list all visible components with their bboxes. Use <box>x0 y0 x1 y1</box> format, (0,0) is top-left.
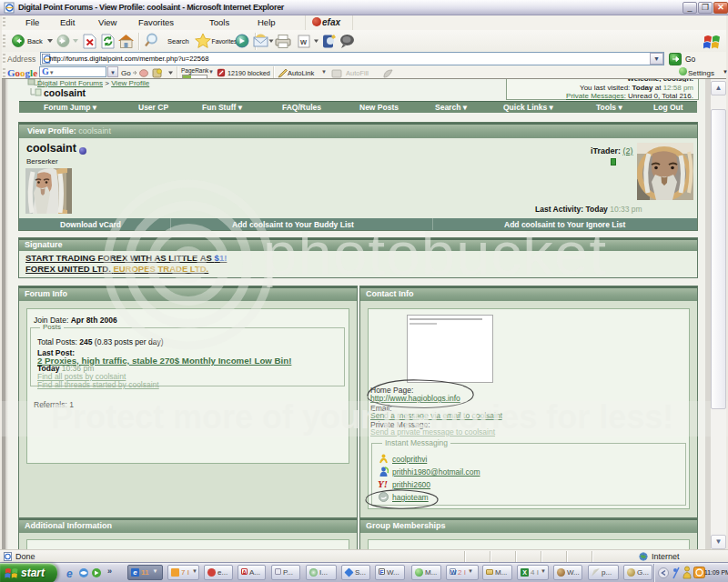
svg-text:Search: Search <box>167 37 189 45</box>
svg-text:Back: Back <box>27 37 43 45</box>
svg-text:e: e <box>66 567 73 578</box>
svg-text:w: w <box>299 37 308 46</box>
svg-text:Favorites: Favorites <box>212 38 238 45</box>
